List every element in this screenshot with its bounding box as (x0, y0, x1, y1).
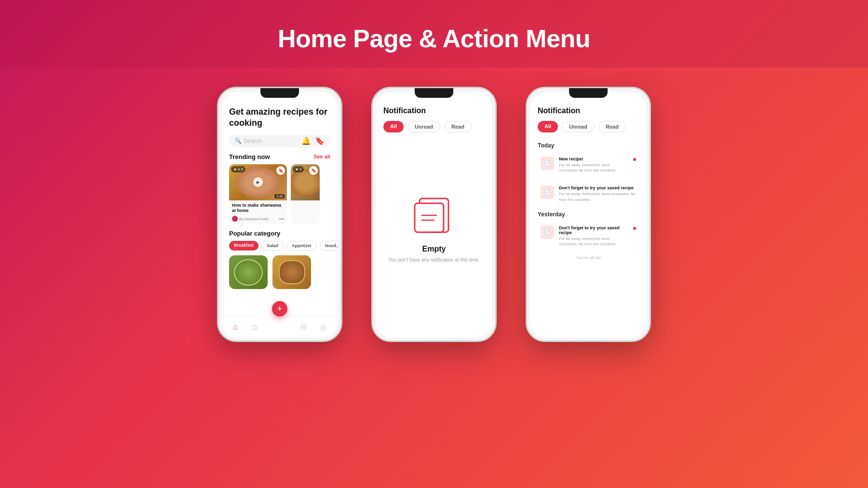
author-avatar-1 (232, 216, 238, 222)
star-icon-2: ★ (295, 167, 298, 171)
fab-button[interactable]: + (272, 301, 287, 317)
page-title: Home Page & Action Menu (0, 24, 868, 53)
rating-badge-1: ★ 4.5 (231, 166, 245, 172)
notif-tabs-2: All Unread Read (383, 121, 485, 132)
tab-read-2[interactable]: Read (444, 121, 472, 132)
notif-item-title-1: New recipe! (559, 157, 628, 161)
notif-tabs-3: All Unread Read (538, 121, 639, 132)
nav-profile[interactable]: ⊙ (320, 323, 326, 332)
recipe-card-author-1: By Zeelicious foods ••• (232, 216, 284, 222)
notif-dot-3 (633, 227, 636, 230)
tab-read-3[interactable]: Read (598, 121, 626, 132)
popular-category-label: Popular category (229, 230, 280, 237)
phone1-screen: Get amazing recipes for cooking 🔍 Search… (221, 92, 338, 338)
recipe-icon-1: 📄 (544, 160, 551, 167)
trending-label: Trending now (229, 153, 270, 160)
notif-item-desc-2: Far far away, behind the word mountains,… (559, 191, 636, 202)
recipe-card-image-1: ★ 4.5 🔖 ▶ 2:00 (229, 164, 287, 200)
phone-notch-3 (569, 88, 608, 98)
search-bar-icons: 🔔 🔖 (301, 136, 325, 145)
recipe-icon-3: 📄 (544, 229, 551, 235)
food-thumb-2[interactable] (272, 255, 311, 289)
rating-badge-2: ★ 4 (293, 166, 304, 172)
notif-dot-1 (633, 158, 636, 161)
empty-subtitle: You don't have any notification at this … (389, 256, 480, 264)
recipe-card-title-1: How to make sharwama at home (232, 203, 284, 214)
rating-value-2: 4 (299, 167, 301, 171)
notif-icon-1: 📄 (541, 157, 554, 170)
phone1-content: Get amazing recipes for cooking 🔍 Search… (221, 92, 338, 316)
tab-unread-3[interactable]: Unread (562, 121, 595, 132)
notif-content-2: Don't forget to try your saved recipe Fa… (559, 185, 636, 202)
rating-value-1: 4.5 (238, 167, 243, 171)
tab-all-3[interactable]: All (538, 121, 558, 132)
bookmark-icon[interactable]: 🔖 (315, 136, 325, 145)
recipe-icon-2: 📄 (544, 189, 551, 196)
notif-item-desc-3: Far far away, behind the word mountains,… (559, 236, 628, 247)
notif-title-2: Notification (383, 106, 485, 115)
food-image-1 (234, 259, 263, 286)
nav-saved[interactable]: ⊟ (300, 323, 307, 332)
bookmark-icon-card1: 🔖 (278, 168, 284, 173)
notif-body-empty: Empty You don't have any notification at… (376, 138, 492, 338)
nav-discover[interactable]: ⊙ (251, 323, 258, 332)
recipe-card-image-2: ★ 4 🔖 (291, 164, 320, 200)
author-name-1: By Zeelicious foods (239, 217, 269, 221)
tab-all-2[interactable]: All (383, 121, 404, 132)
recipe-card-info-1: How to make sharwama at home By Zeelicio… (229, 200, 287, 224)
tab-unread-2[interactable]: Unread (407, 121, 440, 132)
search-icon: 🔍 (235, 138, 242, 144)
svg-rect-1 (415, 203, 444, 232)
notif-item-desc-1: Far far away, behind the word mountains,… (559, 162, 628, 173)
see-all-button[interactable]: See all (313, 154, 330, 159)
page-header: Home Page & Action Menu (0, 0, 868, 67)
notif-title-3: Notification (538, 106, 639, 115)
yesterday-label: Yesterday (538, 211, 639, 218)
category-pills: Breakfast Salad Appetizer Nood... (229, 241, 330, 251)
notif-header-3: Notification All Unread Read (530, 92, 647, 138)
empty-state: Empty You don't have any notification at… (383, 138, 485, 338)
notif-icon-3: 📄 (541, 225, 554, 239)
empty-icon (410, 194, 458, 237)
trending-cards: ★ 4.5 🔖 ▶ 2:00 How to make sharwama at h… (229, 164, 330, 224)
notif-item-1[interactable]: 📄 New recipe! Far far away, behind the w… (538, 153, 639, 177)
category-breakfast[interactable]: Breakfast (229, 241, 258, 251)
empty-title: Empty (422, 245, 446, 253)
phone2-screen: Notification All Unread Read Empty (376, 92, 492, 338)
card2-bookmark[interactable]: 🔖 (309, 166, 318, 175)
notif-body-items: Today 📄 New recipe! Far far away, behind… (530, 138, 647, 338)
notif-item-3[interactable]: 📄 Don't forget to try your saved recipe … (538, 222, 639, 251)
home-heading: Get amazing recipes for cooking (229, 106, 330, 129)
phone-home: Get amazing recipes for cooking 🔍 Search… (217, 87, 342, 342)
you-all-set: You're all set (538, 255, 639, 260)
trending-section-header: Trending now See all (229, 153, 330, 160)
nav-home[interactable]: ⌂ (233, 323, 238, 331)
more-options-1[interactable]: ••• (279, 216, 284, 222)
search-bar[interactable]: 🔍 Search 🔔 🔖 (229, 135, 330, 147)
notif-item-title-2: Don't forget to try your saved recipe (559, 185, 636, 190)
today-label: Today (538, 142, 639, 149)
bell-icon[interactable]: 🔔 (301, 136, 311, 145)
food-items-row (229, 255, 330, 289)
phone-notification-empty: Notification All Unread Read Empty (371, 87, 497, 342)
notif-header-2: Notification All Unread Read (376, 92, 492, 138)
category-noodle[interactable]: Nood... (320, 241, 338, 251)
notif-content-3: Don't forget to try your saved recipe Fa… (559, 225, 628, 247)
category-appetizer[interactable]: Appetizer (286, 241, 317, 251)
category-salad[interactable]: Salad (261, 241, 284, 251)
recipe-card-2[interactable]: ★ 4 🔖 (291, 164, 320, 224)
notif-item-2[interactable]: 📄 Don't forget to try your saved recipe … (538, 182, 639, 206)
notif-content-1: New recipe! Far far away, behind the wor… (559, 157, 628, 173)
food-thumb-1[interactable] (229, 255, 268, 289)
notif-icon-2: 📄 (541, 185, 554, 199)
duration-badge-1: 2:00 (274, 194, 285, 198)
star-icon-1: ★ (233, 167, 237, 171)
phones-container: Get amazing recipes for cooking 🔍 Search… (217, 67, 651, 342)
play-button-1[interactable]: ▶ (253, 177, 263, 187)
phone-notification-items: Notification All Unread Read Today 📄 New… (526, 87, 651, 342)
food-image-2 (279, 260, 305, 284)
card1-bookmark[interactable]: 🔖 (276, 166, 285, 175)
recipe-card-1[interactable]: ★ 4.5 🔖 ▶ 2:00 How to make sharwama at h… (229, 164, 287, 224)
phone-notch-1 (260, 88, 299, 98)
phone3-screen: Notification All Unread Read Today 📄 New… (530, 92, 647, 338)
